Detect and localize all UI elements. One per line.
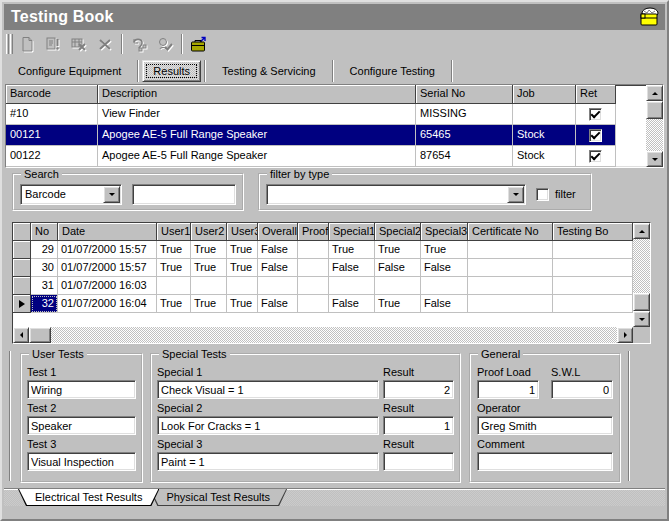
table-cell[interactable]: True	[191, 241, 227, 259]
filter-type-combobox[interactable]	[266, 184, 526, 205]
table-cell[interactable]: 65465	[416, 125, 513, 146]
table-cell[interactable]: #10	[6, 104, 98, 125]
special1-input[interactable]	[157, 380, 379, 399]
table-cell[interactable]	[468, 259, 553, 277]
yellow-bag-icon[interactable]	[635, 6, 662, 28]
search-field-combobox[interactable]: Barcode	[20, 184, 122, 205]
scroll-thumb[interactable]	[633, 293, 650, 311]
table-cell[interactable]: False	[329, 259, 375, 277]
table-cell[interactable]: True	[421, 241, 468, 259]
scroll-down-button[interactable]	[633, 311, 650, 327]
table-cell[interactable]: False	[421, 295, 468, 313]
toolbar-grip[interactable]	[6, 34, 9, 54]
table-cell[interactable]	[298, 241, 329, 259]
table-cell[interactable]: True	[157, 259, 191, 277]
column-header[interactable]: User3	[227, 223, 258, 241]
table-cell[interactable]: Stock	[513, 146, 576, 167]
table-cell[interactable]	[468, 241, 553, 259]
table-cell[interactable]	[258, 277, 298, 295]
table-cell[interactable]: False	[258, 295, 298, 313]
table-cell[interactable]: Stock	[513, 125, 576, 146]
column-header[interactable]: Testing Bo	[553, 223, 633, 241]
table-cell[interactable]	[553, 259, 633, 277]
table-cell[interactable]: 32	[31, 295, 58, 313]
column-header[interactable]: Special1	[329, 223, 375, 241]
column-header[interactable]: Ret	[576, 85, 616, 104]
table-cell[interactable]	[576, 146, 616, 167]
table-cell[interactable]	[513, 104, 576, 125]
table-cell[interactable]: 00122	[6, 146, 98, 167]
table-cell[interactable]: True	[157, 295, 191, 313]
column-header[interactable]: User1	[157, 223, 191, 241]
row-selector[interactable]	[13, 295, 31, 313]
refresh-button[interactable]	[127, 33, 151, 55]
cancel-button[interactable]	[93, 33, 117, 55]
table-cell[interactable]	[421, 277, 468, 295]
table-cell[interactable]	[298, 277, 329, 295]
table-row[interactable]: 3001/07/2000 15:57TrueTrueTrueFalseFalse…	[13, 259, 633, 277]
table-cell[interactable]: 29	[31, 241, 58, 259]
special2-input[interactable]	[157, 416, 379, 435]
results-hscrollbar[interactable]	[13, 327, 633, 343]
scroll-thumb[interactable]	[29, 327, 51, 343]
chevron-down-icon[interactable]	[507, 186, 524, 203]
table-row[interactable]: 3201/07/2000 16:04TrueTrueTrueFalseFalse…	[13, 295, 633, 313]
table-cell[interactable]: True	[227, 259, 258, 277]
table-cell[interactable]	[298, 259, 329, 277]
delete-record-button[interactable]	[67, 33, 91, 55]
table-cell[interactable]: True	[191, 295, 227, 313]
table-cell[interactable]: False	[421, 259, 468, 277]
special3-result-input[interactable]	[383, 452, 454, 471]
table-cell[interactable]: True	[329, 241, 375, 259]
ret-checkbox[interactable]	[589, 108, 602, 121]
table-cell[interactable]	[553, 277, 633, 295]
column-header[interactable]: User2	[191, 223, 227, 241]
row-selector[interactable]	[13, 277, 31, 295]
toolbar-grip[interactable]	[10, 34, 13, 54]
scroll-up-button[interactable]	[646, 85, 663, 101]
results-vscrollbar[interactable]	[633, 223, 650, 327]
scroll-thumb[interactable]	[646, 101, 663, 119]
column-header[interactable]: Proof	[298, 223, 329, 241]
table-row[interactable]: 00122Apogee AE-5 Full Range Speaker87654…	[6, 146, 646, 167]
table-cell[interactable]: False	[258, 259, 298, 277]
test3-input[interactable]	[27, 452, 136, 471]
comment-input[interactable]	[477, 452, 613, 471]
tab-testing-servicing[interactable]: Testing & Servicing	[209, 60, 329, 82]
table-cell[interactable]: 00121	[6, 125, 98, 146]
column-header[interactable]: Serial No	[416, 85, 513, 104]
row-selector[interactable]	[13, 259, 31, 277]
table-cell[interactable]: True	[375, 241, 421, 259]
confirm-button[interactable]	[153, 33, 177, 55]
column-header[interactable]: Job	[513, 85, 576, 104]
table-cell[interactable]: Apogee AE-5 Full Range Speaker	[98, 125, 416, 146]
column-header[interactable]: Special2	[375, 223, 421, 241]
exit-button[interactable]	[187, 33, 211, 55]
table-cell[interactable]: True	[375, 295, 421, 313]
table-row[interactable]: 2901/07/2000 15:57TrueTrueTrueFalseTrueT…	[13, 241, 633, 259]
table-cell[interactable]: True	[157, 241, 191, 259]
ret-checkbox[interactable]	[589, 150, 602, 163]
table-cell[interactable]: 87654	[416, 146, 513, 167]
table-row[interactable]: 3101/07/2000 16:03	[13, 277, 633, 295]
column-header[interactable]: No	[31, 223, 58, 241]
scroll-track[interactable]	[633, 239, 650, 293]
table-cell[interactable]: 01/07/2000 15:57	[58, 259, 157, 277]
equipment-vscrollbar[interactable]	[646, 85, 663, 167]
scroll-down-button[interactable]	[646, 151, 663, 167]
table-cell[interactable]	[298, 295, 329, 313]
table-cell[interactable]	[576, 125, 616, 146]
table-cell[interactable]: 31	[31, 277, 58, 295]
table-cell[interactable]	[553, 295, 633, 313]
test1-input[interactable]	[27, 380, 136, 399]
table-cell[interactable]	[157, 277, 191, 295]
table-cell[interactable]	[553, 241, 633, 259]
column-header[interactable]: Barcode	[6, 85, 98, 104]
post-record-button[interactable]	[41, 33, 65, 55]
table-cell[interactable]: True	[227, 241, 258, 259]
column-header[interactable]: Description	[98, 85, 416, 104]
tab-results[interactable]: Results	[142, 60, 201, 82]
search-input[interactable]	[132, 184, 236, 205]
tab-configure-testing[interactable]: Configure Testing	[337, 60, 448, 82]
table-cell[interactable]: False	[329, 295, 375, 313]
